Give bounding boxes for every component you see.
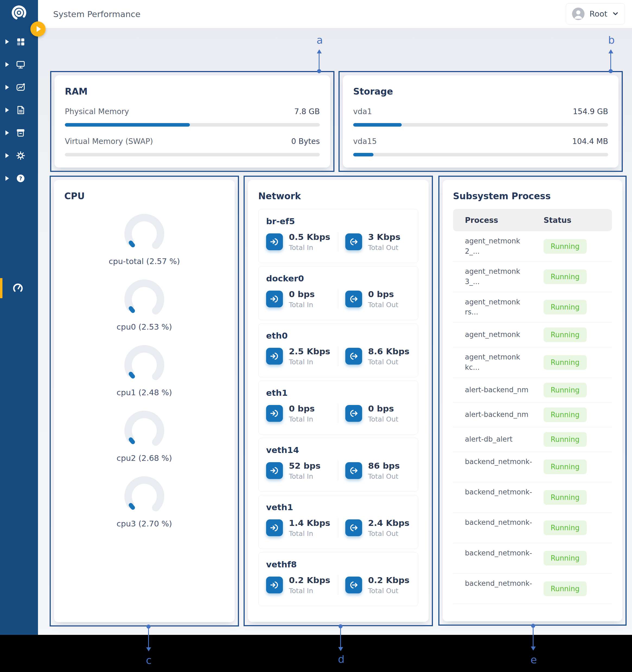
- network-card-title: Network: [258, 191, 418, 201]
- interface-out-section: 2.4 Kbps Total Out: [338, 518, 411, 537]
- table-row: backend_netmonk- Running: [453, 452, 612, 482]
- total-out-icon: [345, 348, 362, 365]
- process-name: alert-db_alert: [465, 434, 544, 445]
- total-out-value: 8.6 Kbps: [368, 346, 409, 356]
- sidebar-nav: ?: [0, 30, 38, 190]
- status-badge: Running: [544, 459, 587, 474]
- chevron-down-icon: [612, 10, 619, 17]
- interface-name: eth0: [266, 331, 411, 340]
- total-in-icon: [266, 233, 283, 250]
- column-header-process: Process: [453, 216, 544, 225]
- sidebar-item-devices[interactable]: [0, 53, 38, 76]
- cpu-gauge-list: cpu-total (2.57 %) cpu0 (2.53 %) cpu1 (2…: [64, 210, 224, 537]
- performance-gauge-icon: [11, 282, 24, 295]
- total-in-icon: [266, 348, 283, 365]
- total-out-value: 0 bps: [368, 404, 398, 413]
- process-name: agent_netmonk 2_...: [465, 236, 544, 257]
- progress-bar-fill: [353, 123, 402, 127]
- network-interface-card: br-ef5 0.5 Kbps Total In: [258, 209, 418, 263]
- progress-bar-fill: [353, 153, 374, 157]
- analytics-icon: [16, 82, 26, 92]
- gauge-label: cpu3 (2.70 %): [117, 519, 172, 528]
- total-in-label: Total In: [289, 415, 314, 423]
- status-badge: Running: [544, 355, 587, 370]
- meter-value: 154.9 GB: [573, 107, 608, 116]
- sidebar-item-inventory[interactable]: [0, 121, 38, 144]
- top-header: System Performance Root: [38, 0, 632, 28]
- subsystem-process-card: Subsystem Process Process Status agent_n…: [443, 180, 622, 621]
- meter-label: Physical Memory: [65, 107, 129, 116]
- total-in-value: 0.2 Kbps: [289, 575, 330, 585]
- network-interface-card: eth1 0 bps Total In: [258, 381, 418, 435]
- process-name: backend_netmonk-: [465, 487, 544, 507]
- table-row: backend_netmonk- Running: [453, 543, 612, 574]
- sidebar: ?: [0, 0, 38, 635]
- status-badge: Running: [544, 239, 587, 254]
- total-out-value: 2.4 Kbps: [368, 518, 409, 528]
- gauge-arc-icon: [119, 341, 169, 387]
- table-row: alert-db_alert Running: [453, 427, 612, 452]
- interface-name: vethf8: [266, 559, 411, 569]
- ram-meter: Virtual Memory (SWAP) 0 Bytes: [65, 137, 320, 157]
- dashboard-icon: [16, 37, 26, 47]
- status-badge: Running: [544, 407, 587, 422]
- sidebar-item-reports[interactable]: [0, 99, 38, 121]
- sidebar-item-system-performance-active[interactable]: [0, 278, 38, 298]
- interface-name: veth1: [266, 502, 411, 512]
- progress-bar-track: [65, 153, 320, 157]
- total-in-label: Total In: [289, 473, 321, 480]
- sidebar-expand-button[interactable]: [30, 21, 46, 37]
- sidebar-item-settings[interactable]: [0, 144, 38, 167]
- total-in-icon: [266, 462, 283, 479]
- inventory-icon: [16, 128, 26, 138]
- chevron-right-icon: [5, 62, 9, 67]
- network-interface-card: veth1 1.4 Kbps Total In: [258, 495, 418, 549]
- subsystem-card-title: Subsystem Process: [453, 191, 612, 201]
- total-out-label: Total Out: [368, 473, 400, 480]
- ram-meter: Physical Memory 7.8 GB: [65, 107, 320, 127]
- avatar: [572, 7, 585, 20]
- meter-value: 7.8 GB: [294, 107, 320, 116]
- sidebar-item-analytics[interactable]: [0, 76, 38, 99]
- meter-label: Virtual Memory (SWAP): [65, 137, 153, 146]
- chevron-right-icon: [5, 130, 9, 135]
- total-out-value: 86 bps: [368, 461, 400, 471]
- help-icon: ?: [16, 173, 26, 184]
- total-out-label: Total Out: [368, 244, 400, 251]
- process-table-body: agent_netmonk 2_... Running agent_netmon…: [453, 231, 612, 604]
- table-row: alert-backend_nm Running: [453, 403, 612, 427]
- cpu-gauge: cpu2 (2.68 %): [117, 406, 172, 463]
- total-out-icon: [345, 520, 362, 536]
- meter-label: vda1: [353, 107, 372, 116]
- total-out-label: Total Out: [368, 301, 398, 309]
- table-row: agent_netmonk rs... Running: [453, 292, 612, 322]
- total-out-icon: [345, 291, 362, 307]
- total-in-value: 0.5 Kbps: [289, 232, 330, 242]
- report-icon: [16, 105, 26, 115]
- table-row: agent_netmonk 3_... Running: [453, 262, 612, 292]
- user-menu-button[interactable]: Root: [566, 3, 625, 24]
- total-in-label: Total In: [289, 358, 330, 366]
- ram-card: RAM Physical Memory 7.8 GB Virtual Memor…: [54, 75, 330, 168]
- interface-in-section: 0.5 Kbps Total In: [266, 232, 338, 251]
- network-interface-card: veth14 52 bps Total In: [258, 438, 418, 492]
- play-arrow-icon: [37, 26, 41, 32]
- cpu-annotation-box: CPU cpu-total (2.57 %) cpu0 (2.53 %): [50, 176, 239, 626]
- interface-name: br-ef5: [266, 216, 411, 226]
- gauge-arc-icon: [119, 210, 169, 256]
- total-in-icon: [266, 520, 283, 536]
- total-out-icon: [345, 233, 362, 250]
- chevron-right-icon: [5, 39, 9, 44]
- interface-in-section: 0 bps Total In: [266, 289, 338, 309]
- column-header-status: Status: [544, 216, 571, 225]
- gauge-label: cpu0 (2.53 %): [117, 322, 172, 332]
- chevron-right-icon: [5, 85, 9, 90]
- gauge-label: cpu-total (2.57 %): [109, 257, 180, 266]
- progress-bar-track: [353, 153, 608, 157]
- process-name: agent_netmonk rs...: [465, 297, 544, 317]
- progress-bar-track: [65, 123, 320, 127]
- meter-label: vda15: [353, 137, 377, 146]
- process-table: Process Status agent_netmonk 2_... Runni…: [453, 209, 612, 604]
- sidebar-item-help[interactable]: ?: [0, 167, 38, 190]
- status-badge: Running: [544, 300, 587, 314]
